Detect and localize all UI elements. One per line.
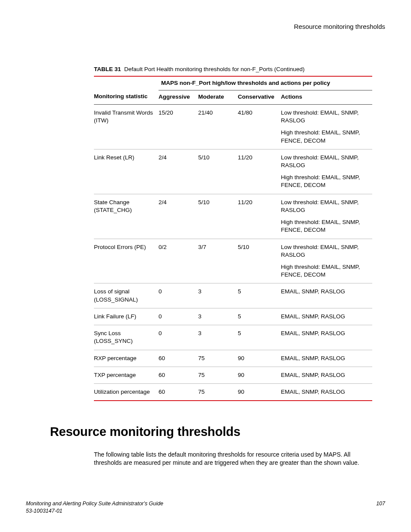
table-block: TABLE 31 Default Port Health monitoring … <box>94 65 372 401</box>
cell-moderate: 5/10 <box>198 194 238 239</box>
table-caption-label: TABLE 31 <box>94 66 121 72</box>
cell-actions: EMAIL, SNMP, RASLOG <box>281 367 372 383</box>
table-row: TXP percentage607590EMAIL, SNMP, RASLOG <box>94 367 372 383</box>
cell-conservative: 11/20 <box>238 194 281 239</box>
cell-moderate: 75 <box>198 367 238 383</box>
cell-conservative: 90 <box>238 350 281 367</box>
cell-statistic: Protocol Errors (PE) <box>94 239 159 283</box>
col-header-actions: Actions <box>281 90 372 104</box>
cell-statistic: RXP percentage <box>94 350 159 367</box>
cell-aggressive: 60 <box>159 367 198 383</box>
col-header-statistic: Monitoring statistic <box>94 90 159 104</box>
cell-statistic: Link Failure (LF) <box>94 308 159 325</box>
cell-conservative: 41/80 <box>238 104 281 149</box>
col-header-conservative: Conservative <box>238 90 281 104</box>
action-high-threshold: High threshold: EMAIL, SNMP, FENCE, DECO… <box>281 263 370 279</box>
table-row: State Change (STATE_CHG)2/45/1011/20Low … <box>94 194 372 239</box>
action-low-threshold: Low threshold: EMAIL, SNMP, RASLOG <box>281 109 370 124</box>
page-number: 107 <box>376 500 385 507</box>
table-caption: TABLE 31 Default Port Health monitoring … <box>94 65 372 73</box>
cell-actions: EMAIL, SNMP, RASLOG <box>281 350 372 367</box>
action-high-threshold: High threshold: EMAIL, SNMP, FENCE, DECO… <box>281 129 370 144</box>
cell-aggressive: 2/4 <box>159 149 198 194</box>
cell-conservative: 90 <box>238 383 281 401</box>
cell-statistic: TXP percentage <box>94 367 159 383</box>
cell-actions: Low threshold: EMAIL, SNMP, RASLOGHigh t… <box>281 104 372 149</box>
cell-actions: Low threshold: EMAIL, SNMP, RASLOGHigh t… <box>281 194 372 239</box>
cell-actions: EMAIL, SNMP, RASLOG <box>281 308 372 325</box>
cell-aggressive: 2/4 <box>159 194 198 239</box>
running-header: Resource monitoring thresholds <box>26 22 385 31</box>
cell-conservative: 5 <box>238 325 281 350</box>
cell-conservative: 5 <box>238 283 281 308</box>
cell-moderate: 75 <box>198 383 238 401</box>
cell-actions: EMAIL, SNMP, RASLOG <box>281 325 372 350</box>
cell-moderate: 75 <box>198 350 238 367</box>
cell-moderate: 3/7 <box>198 239 238 283</box>
table-row: RXP percentage607590EMAIL, SNMP, RASLOG <box>94 350 372 367</box>
cell-statistic: Utilization percentage <box>94 383 159 401</box>
cell-aggressive: 0 <box>159 308 198 325</box>
cell-actions: EMAIL, SNMP, RASLOG <box>281 383 372 401</box>
col-header-aggressive: Aggressive <box>159 90 198 104</box>
cell-conservative: 5/10 <box>238 239 281 283</box>
cell-moderate: 3 <box>198 325 238 350</box>
cell-aggressive: 0/2 <box>159 239 198 283</box>
cell-statistic: State Change (STATE_CHG) <box>94 194 159 239</box>
table-caption-text: Default Port Health monitoring threshold… <box>124 66 305 72</box>
cell-conservative: 5 <box>238 308 281 325</box>
action-low-threshold: Low threshold: EMAIL, SNMP, RASLOG <box>281 154 370 169</box>
action-low-threshold: Low threshold: EMAIL, SNMP, RASLOG <box>281 199 370 214</box>
cell-actions: Low threshold: EMAIL, SNMP, RASLOGHigh t… <box>281 239 372 283</box>
cell-actions: Low threshold: EMAIL, SNMP, RASLOGHigh t… <box>281 149 372 194</box>
cell-aggressive: 0 <box>159 325 198 350</box>
cell-statistic: Link Reset (LR) <box>94 149 159 194</box>
cell-statistic: Invalid Transmit Words (ITW) <box>94 104 159 149</box>
page-footer: 107 Monitoring and Alerting Policy Suite… <box>26 500 385 515</box>
cell-aggressive: 0 <box>159 283 198 308</box>
cell-conservative: 90 <box>238 367 281 383</box>
cell-conservative: 11/20 <box>238 149 281 194</box>
page: Resource monitoring thresholds TABLE 31 … <box>0 0 411 532</box>
footer-title: Monitoring and Alerting Policy Suite Adm… <box>26 501 163 507</box>
footer-docno: 53-1003147-01 <box>26 508 62 514</box>
table-body: Invalid Transmit Words (ITW)15/2021/4041… <box>94 104 372 401</box>
table-row: Link Failure (LF)035EMAIL, SNMP, RASLOG <box>94 308 372 325</box>
cell-aggressive: 60 <box>159 383 198 401</box>
table-row: Protocol Errors (PE)0/23/75/10Low thresh… <box>94 239 372 283</box>
cell-actions: EMAIL, SNMP, RASLOG <box>281 283 372 308</box>
cell-moderate: 3 <box>198 308 238 325</box>
section-heading: Resource monitoring thresholds <box>50 423 385 440</box>
cell-moderate: 21/40 <box>198 104 238 149</box>
cell-aggressive: 15/20 <box>159 104 198 149</box>
cell-aggressive: 60 <box>159 350 198 367</box>
cell-statistic: Sync Loss (LOSS_SYNC) <box>94 325 159 350</box>
table-row: Link Reset (LR)2/45/1011/20Low threshold… <box>94 149 372 194</box>
table-row: Loss of signal (LOSS_SIGNAL)035EMAIL, SN… <box>94 283 372 308</box>
action-high-threshold: High threshold: EMAIL, SNMP, FENCE, DECO… <box>281 174 370 189</box>
table-row: Sync Loss (LOSS_SYNC)035EMAIL, SNMP, RAS… <box>94 325 372 350</box>
cell-moderate: 5/10 <box>198 149 238 194</box>
cell-moderate: 3 <box>198 283 238 308</box>
table-row: Invalid Transmit Words (ITW)15/2021/4041… <box>94 104 372 149</box>
action-high-threshold: High threshold: EMAIL, SNMP, FENCE, DECO… <box>281 218 370 234</box>
table-header-blank <box>94 76 159 90</box>
thresholds-table: MAPS non-F_Port high/low thresholds and … <box>94 76 372 401</box>
cell-statistic: Loss of signal (LOSS_SIGNAL) <box>94 283 159 308</box>
section-body-text: The following table lists the default mo… <box>94 451 368 467</box>
col-header-moderate: Moderate <box>198 90 238 104</box>
table-super-header: MAPS non-F_Port high/low thresholds and … <box>159 76 372 90</box>
action-low-threshold: Low threshold: EMAIL, SNMP, RASLOG <box>281 243 370 259</box>
table-row: Utilization percentage607590EMAIL, SNMP,… <box>94 383 372 401</box>
